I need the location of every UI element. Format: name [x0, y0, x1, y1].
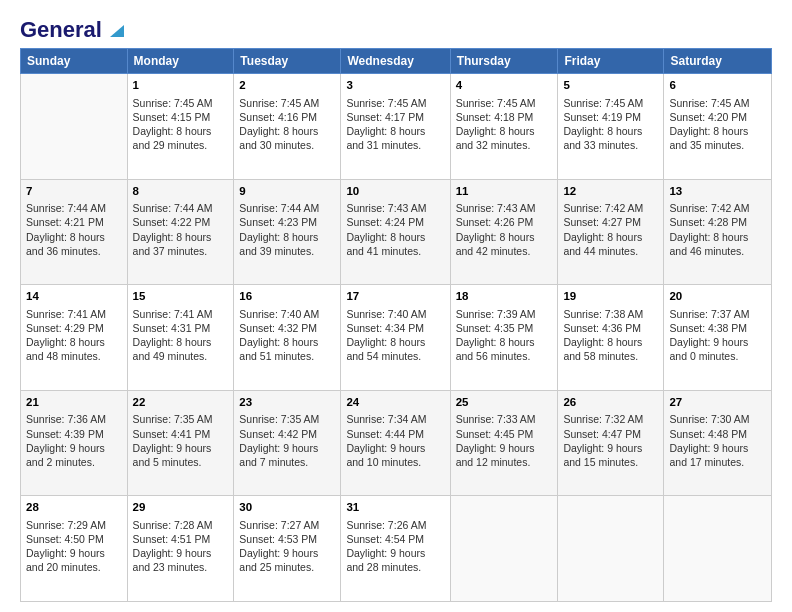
calendar-cell: 10Sunrise: 7:43 AMSunset: 4:24 PMDayligh… — [341, 179, 450, 285]
day-sunset: Sunset: 4:48 PM — [669, 428, 747, 440]
logo: General — [20, 18, 126, 38]
day-sunset: Sunset: 4:23 PM — [239, 216, 317, 228]
day-daylight: Daylight: 8 hours and 44 minutes. — [563, 231, 642, 257]
day-daylight: Daylight: 8 hours and 42 minutes. — [456, 231, 535, 257]
day-daylight: Daylight: 9 hours and 2 minutes. — [26, 442, 105, 468]
calendar-cell: 20Sunrise: 7:37 AMSunset: 4:38 PMDayligh… — [664, 285, 772, 391]
day-daylight: Daylight: 9 hours and 0 minutes. — [669, 336, 748, 362]
day-sunrise: Sunrise: 7:26 AM — [346, 519, 426, 531]
day-sunset: Sunset: 4:24 PM — [346, 216, 424, 228]
day-sunrise: Sunrise: 7:45 AM — [669, 97, 749, 109]
day-sunrise: Sunrise: 7:43 AM — [346, 202, 426, 214]
day-sunrise: Sunrise: 7:43 AM — [456, 202, 536, 214]
day-number: 27 — [669, 395, 766, 411]
day-number: 2 — [239, 78, 335, 94]
weekday-header-wednesday: Wednesday — [341, 49, 450, 74]
calendar-cell: 8Sunrise: 7:44 AMSunset: 4:22 PMDaylight… — [127, 179, 234, 285]
day-sunset: Sunset: 4:16 PM — [239, 111, 317, 123]
day-sunset: Sunset: 4:27 PM — [563, 216, 641, 228]
calendar-week-5: 28Sunrise: 7:29 AMSunset: 4:50 PMDayligh… — [21, 496, 772, 602]
day-number: 31 — [346, 500, 444, 516]
day-sunset: Sunset: 4:54 PM — [346, 533, 424, 545]
calendar-cell: 24Sunrise: 7:34 AMSunset: 4:44 PMDayligh… — [341, 390, 450, 496]
day-number: 15 — [133, 289, 229, 305]
logo-general: General — [20, 18, 102, 42]
day-number: 18 — [456, 289, 553, 305]
day-sunset: Sunset: 4:21 PM — [26, 216, 104, 228]
calendar-cell: 13Sunrise: 7:42 AMSunset: 4:28 PMDayligh… — [664, 179, 772, 285]
day-number: 10 — [346, 184, 444, 200]
day-number: 16 — [239, 289, 335, 305]
calendar-cell: 23Sunrise: 7:35 AMSunset: 4:42 PMDayligh… — [234, 390, 341, 496]
day-sunrise: Sunrise: 7:35 AM — [133, 413, 213, 425]
day-daylight: Daylight: 8 hours and 36 minutes. — [26, 231, 105, 257]
day-number: 24 — [346, 395, 444, 411]
day-sunset: Sunset: 4:39 PM — [26, 428, 104, 440]
calendar-cell: 1Sunrise: 7:45 AMSunset: 4:15 PMDaylight… — [127, 74, 234, 180]
day-sunrise: Sunrise: 7:42 AM — [669, 202, 749, 214]
calendar-cell — [21, 74, 128, 180]
day-sunrise: Sunrise: 7:29 AM — [26, 519, 106, 531]
calendar-cell: 29Sunrise: 7:28 AMSunset: 4:51 PMDayligh… — [127, 496, 234, 602]
day-number: 20 — [669, 289, 766, 305]
day-number: 6 — [669, 78, 766, 94]
day-number: 30 — [239, 500, 335, 516]
day-sunrise: Sunrise: 7:45 AM — [346, 97, 426, 109]
calendar-cell: 15Sunrise: 7:41 AMSunset: 4:31 PMDayligh… — [127, 285, 234, 391]
day-daylight: Daylight: 8 hours and 54 minutes. — [346, 336, 425, 362]
day-sunset: Sunset: 4:32 PM — [239, 322, 317, 334]
calendar-cell: 12Sunrise: 7:42 AMSunset: 4:27 PMDayligh… — [558, 179, 664, 285]
day-sunset: Sunset: 4:36 PM — [563, 322, 641, 334]
day-sunset: Sunset: 4:29 PM — [26, 322, 104, 334]
day-number: 1 — [133, 78, 229, 94]
page: General SundayMondayTuesdayWednesdayThur… — [0, 0, 792, 612]
day-sunset: Sunset: 4:53 PM — [239, 533, 317, 545]
day-sunset: Sunset: 4:31 PM — [133, 322, 211, 334]
day-sunset: Sunset: 4:38 PM — [669, 322, 747, 334]
day-daylight: Daylight: 8 hours and 39 minutes. — [239, 231, 318, 257]
calendar-week-3: 14Sunrise: 7:41 AMSunset: 4:29 PMDayligh… — [21, 285, 772, 391]
day-daylight: Daylight: 8 hours and 35 minutes. — [669, 125, 748, 151]
day-daylight: Daylight: 8 hours and 51 minutes. — [239, 336, 318, 362]
day-sunrise: Sunrise: 7:45 AM — [239, 97, 319, 109]
weekday-header-sunday: Sunday — [21, 49, 128, 74]
day-sunset: Sunset: 4:44 PM — [346, 428, 424, 440]
day-sunset: Sunset: 4:51 PM — [133, 533, 211, 545]
day-number: 12 — [563, 184, 658, 200]
day-number: 11 — [456, 184, 553, 200]
day-daylight: Daylight: 9 hours and 7 minutes. — [239, 442, 318, 468]
calendar-cell: 5Sunrise: 7:45 AMSunset: 4:19 PMDaylight… — [558, 74, 664, 180]
day-number: 23 — [239, 395, 335, 411]
calendar-cell: 25Sunrise: 7:33 AMSunset: 4:45 PMDayligh… — [450, 390, 558, 496]
calendar-cell: 21Sunrise: 7:36 AMSunset: 4:39 PMDayligh… — [21, 390, 128, 496]
calendar-cell: 28Sunrise: 7:29 AMSunset: 4:50 PMDayligh… — [21, 496, 128, 602]
day-daylight: Daylight: 8 hours and 30 minutes. — [239, 125, 318, 151]
day-number: 14 — [26, 289, 122, 305]
calendar-table: SundayMondayTuesdayWednesdayThursdayFrid… — [20, 48, 772, 602]
calendar-cell: 31Sunrise: 7:26 AMSunset: 4:54 PMDayligh… — [341, 496, 450, 602]
day-daylight: Daylight: 9 hours and 10 minutes. — [346, 442, 425, 468]
day-daylight: Daylight: 9 hours and 23 minutes. — [133, 547, 212, 573]
day-number: 7 — [26, 184, 122, 200]
calendar-cell: 7Sunrise: 7:44 AMSunset: 4:21 PMDaylight… — [21, 179, 128, 285]
day-daylight: Daylight: 8 hours and 56 minutes. — [456, 336, 535, 362]
day-number: 25 — [456, 395, 553, 411]
calendar-cell: 11Sunrise: 7:43 AMSunset: 4:26 PMDayligh… — [450, 179, 558, 285]
day-daylight: Daylight: 8 hours and 48 minutes. — [26, 336, 105, 362]
day-sunrise: Sunrise: 7:44 AM — [239, 202, 319, 214]
day-sunrise: Sunrise: 7:35 AM — [239, 413, 319, 425]
calendar-cell: 2Sunrise: 7:45 AMSunset: 4:16 PMDaylight… — [234, 74, 341, 180]
day-sunrise: Sunrise: 7:33 AM — [456, 413, 536, 425]
calendar-cell: 9Sunrise: 7:44 AMSunset: 4:23 PMDaylight… — [234, 179, 341, 285]
calendar-cell: 4Sunrise: 7:45 AMSunset: 4:18 PMDaylight… — [450, 74, 558, 180]
day-sunrise: Sunrise: 7:44 AM — [26, 202, 106, 214]
weekday-header-monday: Monday — [127, 49, 234, 74]
day-number: 28 — [26, 500, 122, 516]
day-sunrise: Sunrise: 7:41 AM — [26, 308, 106, 320]
day-number: 5 — [563, 78, 658, 94]
calendar-cell: 19Sunrise: 7:38 AMSunset: 4:36 PMDayligh… — [558, 285, 664, 391]
day-sunset: Sunset: 4:17 PM — [346, 111, 424, 123]
calendar-cell: 14Sunrise: 7:41 AMSunset: 4:29 PMDayligh… — [21, 285, 128, 391]
day-number: 3 — [346, 78, 444, 94]
day-number: 29 — [133, 500, 229, 516]
